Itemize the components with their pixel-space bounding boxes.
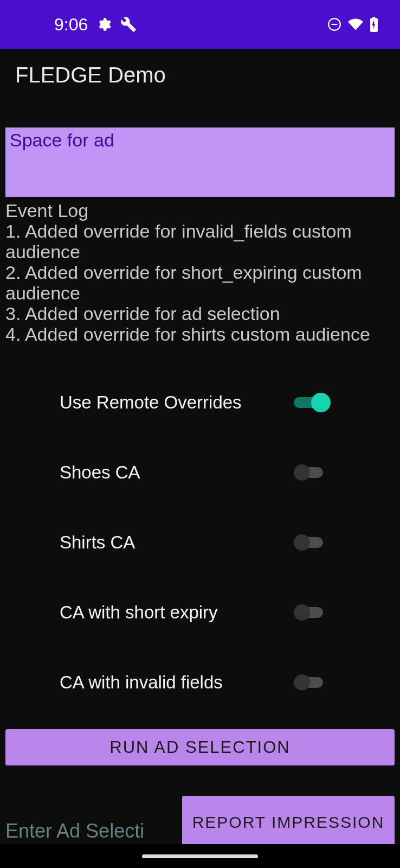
nav-pill[interactable] — [142, 854, 258, 858]
status-bar: 9:06 — [0, 0, 400, 49]
run-ad-selection-button[interactable]: RUN AD SELECTION — [5, 729, 395, 765]
bottom-row: REPORT IMPRESSION — [5, 796, 395, 848]
toggle-use-remote-overrides: Use Remote Overrides — [60, 367, 400, 437]
switch-ca-short-expiry[interactable] — [294, 602, 327, 623]
toggle-shoes-ca: Shoes CA — [60, 437, 400, 507]
status-left: 9:06 — [54, 15, 137, 35]
switch-shoes-ca[interactable] — [294, 462, 327, 483]
switch-use-remote-overrides[interactable] — [294, 392, 327, 413]
gear-icon — [96, 17, 112, 32]
event-log: Event Log 1. Added override for invalid_… — [5, 200, 395, 348]
ad-space-text: Space for ad — [10, 130, 114, 150]
event-log-item: 2. Added override for short_expiring cus… — [5, 262, 395, 303]
toggle-shirts-ca: Shirts CA — [60, 507, 400, 577]
toggle-ca-invalid-fields: CA with invalid fields — [60, 647, 400, 717]
nav-bar — [0, 844, 400, 868]
toggle-label: CA with short expiry — [60, 602, 218, 623]
toggle-ca-short-expiry: CA with short expiry — [60, 577, 400, 647]
toggle-label: Shirts CA — [60, 532, 135, 553]
toggle-label: Shoes CA — [60, 462, 140, 483]
switch-shirts-ca[interactable] — [294, 532, 327, 553]
status-time: 9:06 — [54, 15, 88, 35]
toggle-label: CA with invalid fields — [60, 672, 223, 693]
ad-space: Space for ad — [5, 127, 395, 197]
switch-ca-invalid-fields[interactable] — [294, 672, 327, 693]
toggles-container: Use Remote Overrides Shoes CA Shirts CA … — [0, 367, 400, 717]
wifi-icon — [348, 17, 363, 32]
app-title: FLEDGE Demo — [0, 49, 400, 101]
toggle-label: Use Remote Overrides — [60, 392, 242, 413]
event-log-title: Event Log — [5, 200, 395, 221]
event-log-item: 3. Added override for ad selection — [5, 303, 395, 324]
event-log-item: 4. Added override for shirts custom audi… — [5, 324, 395, 344]
event-log-item: 1. Added override for invalid_fields cus… — [5, 221, 395, 262]
battery-icon — [370, 17, 378, 32]
wrench-icon — [120, 16, 137, 33]
dnd-icon — [327, 17, 341, 31]
status-right — [327, 17, 378, 32]
report-impression-button[interactable]: REPORT IMPRESSION — [182, 796, 395, 848]
